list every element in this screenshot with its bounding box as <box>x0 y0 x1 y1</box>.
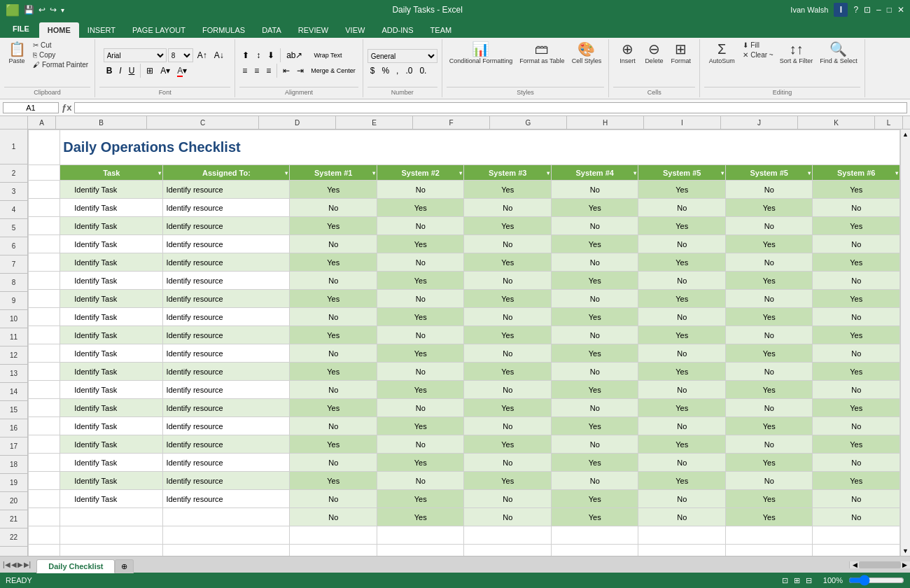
table-cell[interactable]: No <box>377 435 464 454</box>
assigned-dropdown-arrow[interactable]: ▾ <box>285 169 288 176</box>
format-button[interactable]: ⊞ Format <box>668 41 694 66</box>
page-break-icon[interactable]: ⊟ <box>806 576 812 585</box>
table-cell[interactable]: Identify Task <box>60 199 163 217</box>
table-cell[interactable]: No <box>813 508 900 526</box>
table-cell[interactable]: Yes <box>464 326 552 344</box>
name-box[interactable] <box>3 102 59 113</box>
cell-j21[interactable] <box>813 526 900 545</box>
table-cell[interactable]: No <box>464 381 552 399</box>
table-cell[interactable]: Yes <box>377 490 464 508</box>
s3-dropdown-arrow[interactable]: ▾ <box>547 169 550 176</box>
row-8[interactable]: 8 <box>0 274 27 292</box>
header-s5b[interactable]: System #5 ▾ <box>725 165 813 181</box>
table-cell[interactable]: No <box>638 235 726 253</box>
table-cell[interactable] <box>163 508 290 526</box>
row-17[interactable]: 17 <box>0 438 27 456</box>
cell-a2[interactable] <box>29 165 60 181</box>
table-cell[interactable]: Yes <box>551 417 638 435</box>
row-14[interactable]: 14 <box>0 383 27 401</box>
table-cell[interactable] <box>29 326 60 344</box>
table-cell[interactable]: Identify Task <box>60 454 163 472</box>
align-center-button[interactable]: ≡ <box>251 64 262 77</box>
table-cell[interactable]: Identify Task <box>60 417 163 435</box>
table-cell[interactable]: No <box>813 490 900 508</box>
table-cell[interactable]: No <box>551 253 638 272</box>
table-cell[interactable]: Yes <box>725 199 813 217</box>
decrease-decimal-button[interactable]: 0. <box>416 64 429 77</box>
cell-styles-button[interactable]: 🎨 Cell Styles <box>569 41 605 66</box>
cell-e22[interactable] <box>377 545 464 556</box>
col-h[interactable]: H <box>567 116 644 129</box>
table-cell[interactable]: Yes <box>813 472 900 490</box>
last-sheet-arrow[interactable]: ▶| <box>24 561 31 568</box>
row-13[interactable]: 13 <box>0 365 27 383</box>
table-cell[interactable] <box>29 508 60 526</box>
bold-button[interactable]: B <box>104 64 115 77</box>
table-cell[interactable]: Identify resource <box>163 435 290 454</box>
row-20[interactable]: 20 <box>0 492 27 510</box>
file-tab[interactable]: FILE <box>3 20 39 38</box>
font-name-select[interactable]: Arial <box>104 48 167 62</box>
table-cell[interactable]: Identify Task <box>60 381 163 399</box>
table-cell[interactable]: Yes <box>377 344 464 363</box>
paste-button[interactable]: 📋 Paste <box>4 41 29 66</box>
fill-color-button[interactable]: A▾ <box>158 64 173 77</box>
s2-dropdown-arrow[interactable]: ▾ <box>459 169 462 176</box>
header-task[interactable]: Task ▾ <box>60 165 163 181</box>
tab-addins[interactable]: ADD-INS <box>373 22 421 38</box>
row-2[interactable]: 2 <box>0 164 27 183</box>
row-9[interactable]: 9 <box>0 292 27 310</box>
table-cell[interactable]: Yes <box>464 363 552 381</box>
table-cell[interactable]: Identify resource <box>163 381 290 399</box>
table-cell[interactable] <box>29 472 60 490</box>
table-cell[interactable]: Identify Task <box>60 235 163 253</box>
table-cell[interactable]: Yes <box>290 217 377 235</box>
table-cell[interactable] <box>29 417 60 435</box>
table-cell[interactable]: No <box>725 363 813 381</box>
prev-sheet-arrow[interactable]: ◀ <box>11 561 17 568</box>
table-cell[interactable]: No <box>464 508 552 526</box>
table-cell[interactable]: No <box>638 381 726 399</box>
table-cell[interactable]: Identify resource <box>163 181 290 199</box>
table-cell[interactable]: No <box>464 490 552 508</box>
cell-c22[interactable] <box>163 545 290 556</box>
table-cell[interactable] <box>29 217 60 235</box>
cell-i22[interactable] <box>725 545 813 556</box>
table-cell[interactable] <box>29 399 60 417</box>
cell-f22[interactable] <box>464 545 552 556</box>
table-cell[interactable] <box>29 253 60 272</box>
table-cell[interactable]: Yes <box>551 235 638 253</box>
tab-review[interactable]: REVIEW <box>290 22 337 38</box>
table-cell[interactable]: Yes <box>638 399 726 417</box>
align-right-button[interactable]: ≡ <box>263 64 274 77</box>
save-icon[interactable]: 💾 <box>24 5 34 15</box>
table-cell[interactable]: No <box>377 217 464 235</box>
cut-button[interactable]: ✂ Cut <box>31 41 90 50</box>
table-cell[interactable]: Identify Task <box>60 490 163 508</box>
table-cell[interactable]: Yes <box>551 508 638 526</box>
row-12[interactable]: 12 <box>0 346 27 365</box>
table-cell[interactable] <box>29 308 60 326</box>
table-cell[interactable]: Identify resource <box>163 235 290 253</box>
s1-dropdown-arrow[interactable]: ▾ <box>372 169 375 176</box>
table-cell[interactable]: Yes <box>725 417 813 435</box>
s5a-dropdown-arrow[interactable]: ▾ <box>721 169 724 176</box>
table-cell[interactable]: Identify Task <box>60 217 163 235</box>
table-cell[interactable]: No <box>551 290 638 308</box>
align-middle-button[interactable]: ↕ <box>253 49 263 62</box>
help-icon[interactable]: ? <box>853 5 858 15</box>
increase-decimal-button[interactable]: .0 <box>402 64 415 77</box>
table-cell[interactable]: Yes <box>464 253 552 272</box>
underline-button[interactable]: U <box>126 64 138 77</box>
header-s5a[interactable]: System #5 ▾ <box>638 165 726 181</box>
row-22[interactable]: 22 <box>0 528 27 547</box>
table-cell[interactable]: No <box>725 290 813 308</box>
table-cell[interactable]: Yes <box>813 435 900 454</box>
find-select-button[interactable]: 🔍 Find & Select <box>817 41 860 66</box>
table-cell[interactable]: Yes <box>813 217 900 235</box>
insert-button[interactable]: ⊕ Insert <box>615 41 640 66</box>
table-cell[interactable]: No <box>290 308 377 326</box>
table-cell[interactable]: Yes <box>551 344 638 363</box>
scroll-left-arrow[interactable]: ◀ <box>853 561 858 568</box>
col-e[interactable]: E <box>336 116 413 129</box>
